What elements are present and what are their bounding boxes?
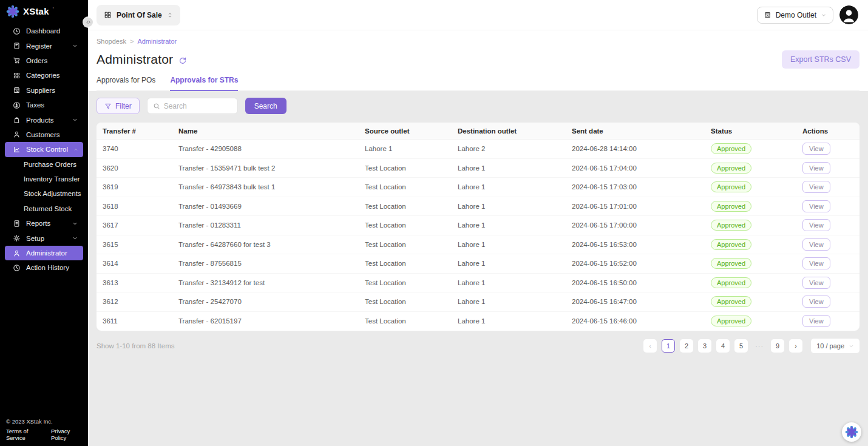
sidebar-item-register[interactable]: Register bbox=[5, 38, 83, 53]
breadcrumb-administrator[interactable]: Administrator bbox=[137, 38, 177, 45]
view-button[interactable]: View bbox=[802, 181, 830, 193]
cell-sent-date: 2024-06-15 16:47:00 bbox=[566, 298, 705, 305]
view-button[interactable]: View bbox=[802, 277, 830, 289]
sidebar-item-label: Stock Adjustments bbox=[24, 190, 81, 197]
tab-approvals-for-strs[interactable]: Approvals for STRs bbox=[170, 76, 238, 91]
setup-icon bbox=[13, 234, 21, 242]
view-button[interactable]: View bbox=[802, 219, 830, 231]
view-button[interactable]: View bbox=[802, 315, 830, 327]
page-size-select[interactable]: 10 / page bbox=[811, 339, 860, 353]
cell-destination-outlet: Lahore 1 bbox=[452, 260, 566, 267]
cell-transfer-number: 3617 bbox=[97, 221, 172, 229]
avatar-user-icon bbox=[839, 5, 858, 24]
column-header-destination-outlet: Destination outlet bbox=[452, 127, 566, 135]
view-button[interactable]: View bbox=[802, 257, 830, 269]
sidebar-item-stock-adjustments[interactable]: Stock Adjustments bbox=[5, 186, 83, 201]
view-button[interactable]: View bbox=[802, 143, 830, 155]
view-button[interactable]: View bbox=[802, 238, 830, 251]
table-body: 3740 Transfer - 42905088 Lahore 1 Lahore… bbox=[97, 140, 860, 331]
outlet-selector[interactable]: Demo Outlet bbox=[757, 7, 833, 24]
sidebar-item-label: Categories bbox=[26, 72, 78, 79]
breadcrumb-shopdesk[interactable]: Shopdesk bbox=[97, 38, 126, 45]
products-icon bbox=[13, 116, 21, 124]
cell-name: Transfer - 87556815 bbox=[172, 260, 359, 267]
cell-name: Transfer - 01493669 bbox=[172, 203, 359, 210]
sidebar-collapse-toggle[interactable] bbox=[84, 18, 93, 27]
view-button[interactable]: View bbox=[802, 200, 830, 212]
export-strs-csv-button[interactable]: Export STRs CSV bbox=[782, 50, 860, 69]
cell-destination-outlet: Lahore 2 bbox=[452, 145, 566, 152]
pagination-page-2[interactable]: 2 bbox=[680, 339, 693, 353]
xstak-flower-icon bbox=[6, 5, 19, 18]
cell-sent-date: 2024-06-15 17:00:00 bbox=[566, 221, 705, 229]
footer-link-terms-of-service[interactable]: Terms of Service bbox=[6, 428, 43, 441]
cell-name: Transfer - 64973843 bulk test 1 bbox=[172, 183, 359, 191]
search-button[interactable]: Search bbox=[245, 98, 287, 114]
pagination-prev-button[interactable]: ‹ bbox=[643, 339, 657, 353]
cell-transfer-number: 3619 bbox=[97, 183, 172, 191]
app-switcher-button[interactable]: Point Of Sale bbox=[97, 5, 180, 25]
tab-approvals-for-pos[interactable]: Approvals for POs bbox=[97, 76, 155, 91]
cell-source-outlet: Test Location bbox=[359, 164, 452, 172]
sidebar-item-categories[interactable]: Categories bbox=[5, 68, 83, 83]
view-button[interactable]: View bbox=[802, 162, 830, 174]
status-badge: Approved bbox=[711, 201, 751, 212]
pagination-page-4[interactable]: 4 bbox=[716, 339, 730, 353]
cell-source-outlet: Test Location bbox=[359, 241, 452, 248]
chevron-down-icon bbox=[72, 117, 78, 123]
sidebar-item-suppliers[interactable]: Suppliers bbox=[5, 83, 83, 98]
content: Filter Search Transfer # Name Source out… bbox=[88, 91, 868, 446]
status-badge: Approved bbox=[711, 143, 751, 154]
cell-sent-date: 2024-06-15 16:46:00 bbox=[566, 317, 705, 325]
app-switcher-label: Point Of Sale bbox=[117, 11, 162, 19]
collapse-arrows-icon bbox=[86, 19, 91, 25]
sidebar-item-label: Purchase Orders bbox=[24, 161, 78, 168]
sidebar-item-products[interactable]: Products bbox=[5, 112, 83, 127]
cell-source-outlet: Test Location bbox=[359, 221, 452, 229]
sidebar-item-label: Administrator bbox=[26, 249, 78, 257]
filter-button[interactable]: Filter bbox=[97, 98, 140, 114]
pagination-page-1[interactable]: 1 bbox=[662, 339, 675, 353]
cell-transfer-number: 3611 bbox=[97, 317, 172, 325]
sidebar-item-stock-control[interactable]: Stock Control bbox=[5, 142, 83, 157]
user-avatar[interactable] bbox=[839, 5, 858, 24]
brand-fab-button[interactable] bbox=[842, 422, 861, 442]
footer-link-privacy-policy[interactable]: Privacy Policy bbox=[51, 428, 82, 441]
search-icon bbox=[153, 103, 160, 110]
sidebar-item-label: Inventory Transfer bbox=[24, 175, 80, 183]
cell-destination-outlet: Lahore 1 bbox=[452, 221, 566, 229]
sidebar-item-reports[interactable]: Reports bbox=[5, 216, 83, 231]
sidebar-item-taxes[interactable]: Taxes bbox=[5, 98, 83, 112]
refresh-icon[interactable] bbox=[178, 56, 187, 65]
pagination-page-9[interactable]: 9 bbox=[771, 339, 784, 353]
sidebar-item-action-history[interactable]: Action History bbox=[5, 260, 83, 275]
sidebar-item-orders[interactable]: Orders bbox=[5, 53, 83, 68]
sidebar-item-customers[interactable]: Customers bbox=[5, 127, 83, 142]
cell-sent-date: 2024-06-15 17:03:00 bbox=[566, 183, 705, 191]
sidebar-item-purchase-orders[interactable]: Purchase Orders bbox=[5, 157, 83, 172]
sidebar-item-label: Taxes bbox=[26, 101, 78, 109]
register-icon bbox=[13, 42, 21, 50]
sidebar-item-inventory-transfer[interactable]: Inventory Transfer bbox=[5, 172, 83, 186]
sidebar-item-label: Action History bbox=[26, 264, 78, 271]
cell-destination-outlet: Lahore 1 bbox=[452, 183, 566, 191]
cell-transfer-number: 3615 bbox=[97, 241, 172, 248]
cell-sent-date: 2024-06-15 16:53:00 bbox=[566, 241, 705, 248]
search-box bbox=[147, 98, 238, 114]
status-badge: Approved bbox=[711, 181, 751, 192]
table-row: 3620 Transfer - 15359471 bulk test 2 Tes… bbox=[97, 159, 860, 178]
pagination-page-[interactable]: ··· bbox=[753, 339, 766, 353]
pagination-next-button[interactable]: › bbox=[789, 339, 802, 353]
pagination-page-3[interactable]: 3 bbox=[698, 339, 711, 353]
cell-name: Transfer - 32134912 for test bbox=[172, 279, 359, 286]
sidebar-item-setup[interactable]: Setup bbox=[5, 231, 83, 245]
dashboard-icon bbox=[13, 27, 21, 35]
sidebar-item-returned-stock[interactable]: Returned Stock bbox=[5, 201, 83, 216]
sidebar-item-dashboard[interactable]: Dashboard bbox=[5, 24, 83, 38]
pagination-page-5[interactable]: 5 bbox=[734, 339, 748, 353]
sidebar-item-administrator[interactable]: Administrator bbox=[5, 246, 83, 260]
reports-icon bbox=[13, 220, 21, 228]
view-button[interactable]: View bbox=[802, 296, 830, 308]
table-row: 3618 Transfer - 01493669 Test Location L… bbox=[97, 197, 860, 217]
search-input[interactable] bbox=[164, 102, 232, 110]
